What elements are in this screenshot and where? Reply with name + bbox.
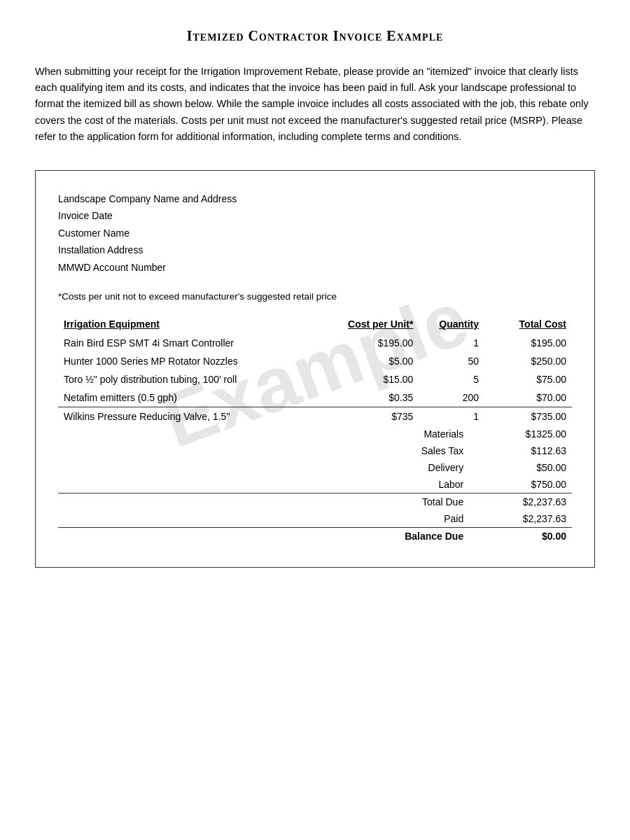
- cell-qty: 50: [419, 352, 484, 370]
- cell-qty: 1: [419, 407, 484, 426]
- cell-cost: $195.00: [309, 334, 419, 352]
- header-field-1: Landscape Company Name and Address: [58, 190, 572, 208]
- table-row: Rain Bird ESP SMT 4i Smart Controller $1…: [58, 334, 572, 352]
- summary-spacer: [58, 528, 161, 545]
- summary-row: Total Due $2,237.63: [58, 493, 572, 511]
- summary-label: Sales Tax: [161, 442, 469, 459]
- summary-value: $112.63: [469, 442, 572, 459]
- invoice-box: Example Landscape Company Name and Addre…: [35, 170, 595, 568]
- summary-label: Materials: [161, 426, 469, 442]
- cell-item: Wilkins Pressure Reducing Valve, 1.5": [58, 407, 309, 426]
- cell-total: $735.00: [484, 407, 572, 426]
- summary-value: $750.00: [469, 476, 572, 493]
- summary-value: $2,237.63: [469, 510, 572, 528]
- header-field-2: Invoice Date: [58, 207, 572, 225]
- summary-label: Delivery: [161, 459, 469, 476]
- header-field-4: Installation Address: [58, 241, 572, 259]
- cell-item: Toro ½" poly distribution tubing, 100′ r…: [58, 370, 309, 388]
- summary-spacer: [58, 493, 161, 511]
- summary-value: $1325.00: [469, 426, 572, 442]
- summary-row: Balance Due $0.00: [58, 528, 572, 545]
- cell-cost: $735: [309, 407, 419, 426]
- cell-qty: 1: [419, 334, 484, 352]
- summary-label: Paid: [161, 510, 469, 528]
- cell-item: Rain Bird ESP SMT 4i Smart Controller: [58, 334, 309, 352]
- cell-cost: $5.00: [309, 352, 419, 370]
- summary-row: Sales Tax $112.63: [58, 442, 572, 459]
- cell-item: Hunter 1000 Series MP Rotator Nozzles: [58, 352, 309, 370]
- col-header-qty: Quantity: [419, 314, 484, 334]
- cell-total: $250.00: [484, 352, 572, 370]
- summary-label: Total Due: [161, 493, 469, 511]
- table-row: Toro ½" poly distribution tubing, 100′ r…: [58, 370, 572, 388]
- cell-qty: 5: [419, 370, 484, 388]
- summary-row: Delivery $50.00: [58, 459, 572, 476]
- intro-paragraph: When submitting your receipt for the Irr…: [35, 64, 595, 145]
- table-row: Wilkins Pressure Reducing Valve, 1.5" $7…: [58, 407, 572, 426]
- summary-spacer: [58, 459, 161, 476]
- summary-spacer: [58, 476, 161, 493]
- cell-total: $75.00: [484, 370, 572, 388]
- summary-row: Paid $2,237.63: [58, 510, 572, 528]
- summary-label: Balance Due: [161, 528, 469, 545]
- header-field-3: Customer Name: [58, 225, 572, 242]
- cell-qty: 200: [419, 388, 484, 407]
- page-title: Itemized Contractor Invoice Example: [35, 28, 595, 44]
- cell-total: $195.00: [484, 334, 572, 352]
- summary-row: Materials $1325.00: [58, 426, 572, 442]
- header-field-5: MMWD Account Number: [58, 259, 572, 276]
- summary-value: $2,237.63: [469, 493, 572, 511]
- col-header-item: Irrigation Equipment: [58, 314, 309, 334]
- col-header-cost: Cost per Unit*: [309, 314, 419, 334]
- summary-value: $0.00: [469, 528, 572, 545]
- summary-row: Labor $750.00: [58, 476, 572, 493]
- summary-spacer: [58, 442, 161, 459]
- cell-item: Netafim emitters (0.5 gph): [58, 388, 309, 407]
- invoice-header: Landscape Company Name and Address Invoi…: [58, 190, 572, 276]
- summary-table: Materials $1325.00 Sales Tax $112.63 Del…: [58, 426, 572, 545]
- summary-label: Labor: [161, 476, 469, 493]
- cell-total: $70.00: [484, 388, 572, 407]
- cell-cost: $0.35: [309, 388, 419, 407]
- summary-value: $50.00: [469, 459, 572, 476]
- cell-cost: $15.00: [309, 370, 419, 388]
- summary-spacer: [58, 510, 161, 528]
- summary-spacer: [58, 426, 161, 442]
- invoice-table: Irrigation Equipment Cost per Unit* Quan…: [58, 314, 572, 426]
- table-row: Netafim emitters (0.5 gph) $0.35 200 $70…: [58, 388, 572, 407]
- table-row: Hunter 1000 Series MP Rotator Nozzles $5…: [58, 352, 572, 370]
- col-header-total: Total Cost: [484, 314, 572, 334]
- costs-note: *Costs per unit not to exceed manufactur…: [58, 291, 572, 302]
- page: Itemized Contractor Invoice Example When…: [0, 0, 630, 840]
